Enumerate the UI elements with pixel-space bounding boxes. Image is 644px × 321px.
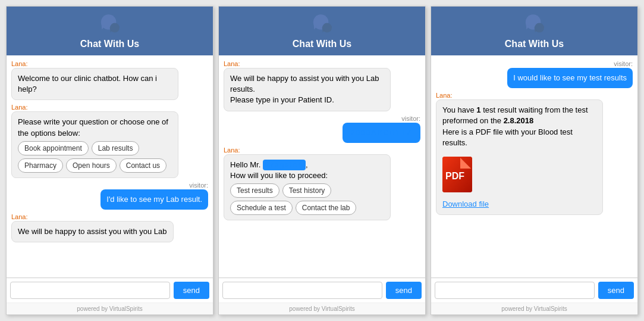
- powered-by-2: powered by VirtualSpirits: [219, 303, 425, 314]
- bot-bubble-4: We will be happy to assist you with you …: [224, 68, 391, 111]
- header-title-2: Chat With Us: [293, 39, 351, 49]
- messages-2: Lana: We will be happy to assist you wit…: [219, 55, 425, 278]
- sender-lana-4: Lana:: [224, 60, 420, 67]
- messages-3: visitor: I would like to see my test res…: [431, 55, 637, 278]
- chat-header-3: Chat With Us: [431, 7, 637, 55]
- option-test-results[interactable]: Test results: [230, 183, 279, 198]
- visitor-message-row-1: visitor: I'd like to see my Lab result.: [11, 182, 208, 210]
- chat-widget-1: Chat With Us Lana: Welcome to our clinic…: [6, 6, 213, 315]
- messages-1: Lana: Welcome to our clinic chatbot. How…: [7, 55, 213, 278]
- visitor-label-2: visitor:: [401, 115, 420, 122]
- input-area-2: send: [219, 278, 425, 303]
- header-title-1: Chat With Us: [80, 39, 139, 49]
- visitor-message-row-2: visitor: 2000ABCD1TZ: [224, 115, 420, 143]
- patient-id-blurred: 2000ABCD1TZ: [348, 127, 414, 138]
- svg-text:PDF: PDF: [445, 171, 464, 181]
- greeting-text: Hello Mr. Bragston,How will you like to …: [230, 160, 328, 180]
- chat-icon-1: [98, 13, 122, 36]
- options-prompt: Please write your question or choose one…: [18, 117, 168, 137]
- svg-point-5: [535, 23, 544, 33]
- option-test-history[interactable]: Test history: [282, 183, 332, 198]
- chat-icon-2: [310, 13, 334, 36]
- svg-point-3: [322, 23, 332, 33]
- bot-message-row-2: Lana: Please write your question or choo…: [11, 104, 208, 177]
- options-row-1: Book appointment Lab results Pharmacy Op…: [18, 141, 172, 173]
- powered-by-3: powered by VirtualSpirits: [431, 303, 637, 314]
- visitor-label-3: visitor:: [614, 60, 633, 67]
- option-book-appointment[interactable]: Book appointment: [18, 141, 89, 155]
- bot-message-row-6: Lana: You have 1 test result waiting fro…: [436, 92, 633, 215]
- pdf-icon[interactable]: PDF: [442, 157, 472, 192]
- sender-lana-1: Lana:: [11, 60, 208, 67]
- chat-header-1: Chat With Us: [7, 7, 213, 55]
- option-contact-us[interactable]: Contact us: [120, 158, 167, 173]
- chat-input-1[interactable]: [10, 282, 170, 299]
- bot-message-row-4: Lana: We will be happy to assist you wit…: [224, 60, 420, 111]
- chat-header-2: Chat With Us: [219, 7, 425, 55]
- visitor-bubble-2: 2000ABCD1TZ: [343, 123, 420, 143]
- bot-bubble-2: Please write your question or choose one…: [11, 111, 178, 177]
- option-open-hours[interactable]: Open hours: [66, 158, 117, 173]
- input-area-1: send: [7, 278, 213, 303]
- bot-bubble-3: We will be happy to assist you with you …: [11, 221, 174, 242]
- download-link[interactable]: Download file: [442, 200, 489, 208]
- bot-message-row-1: Lana: Welcome to our clinic chatbot. How…: [11, 60, 208, 100]
- sender-lana-6: Lana:: [436, 92, 633, 99]
- chat-input-3[interactable]: [435, 282, 595, 299]
- header-title-3: Chat With Us: [505, 39, 564, 49]
- visitor-bubble-1: I'd like to see my Lab result.: [100, 189, 208, 210]
- bot-message-row-3: Lana: We will be happy to assist you wit…: [11, 213, 208, 242]
- option-pharmacy[interactable]: Pharmacy: [18, 158, 63, 173]
- send-button-2[interactable]: send: [386, 282, 422, 299]
- sender-lana-2: Lana:: [11, 104, 208, 111]
- sender-lana-3: Lana:: [11, 213, 208, 220]
- send-button-1[interactable]: send: [174, 282, 209, 299]
- visitor-message-row-3: visitor: I would like to see my test res…: [436, 60, 633, 88]
- pdf-container: PDF Download file: [442, 153, 596, 210]
- bot-bubble-6: You have 1 test result waiting from the …: [436, 99, 603, 215]
- chat-widget-3: Chat With Us visitor: I would like to se…: [431, 6, 638, 315]
- bot-message-row-5: Lana: Hello Mr. Bragston,How will you li…: [224, 147, 420, 220]
- chat-widget-2: Chat With Us Lana: We will be happy to a…: [218, 6, 426, 315]
- input-area-3: send: [431, 278, 637, 303]
- chat-icon-3: [523, 13, 546, 36]
- powered-by-1: powered by VirtualSpirits: [7, 303, 213, 314]
- bot-bubble-5: Hello Mr. Bragston,How will you like to …: [224, 154, 391, 220]
- option-schedule-test[interactable]: Schedule a test: [230, 201, 293, 215]
- visitor-label-1: visitor:: [189, 182, 208, 189]
- sender-lana-5: Lana:: [224, 147, 420, 154]
- patient-name-blurred: Bragston: [263, 160, 306, 170]
- chat-input-2[interactable]: [222, 282, 382, 299]
- visitor-bubble-3: I would like to see my test results: [507, 68, 633, 88]
- send-button-3[interactable]: send: [598, 282, 634, 299]
- option-contact-lab[interactable]: Contact the lab: [296, 201, 357, 215]
- bot-bubble-1: Welcome to our clinic chatbot. How can i…: [11, 68, 178, 100]
- test-result-text: You have 1 test result waiting from the …: [442, 105, 588, 147]
- option-lab-results[interactable]: Lab results: [92, 141, 140, 155]
- options-row-2: Test results Test history Schedule a tes…: [230, 183, 384, 215]
